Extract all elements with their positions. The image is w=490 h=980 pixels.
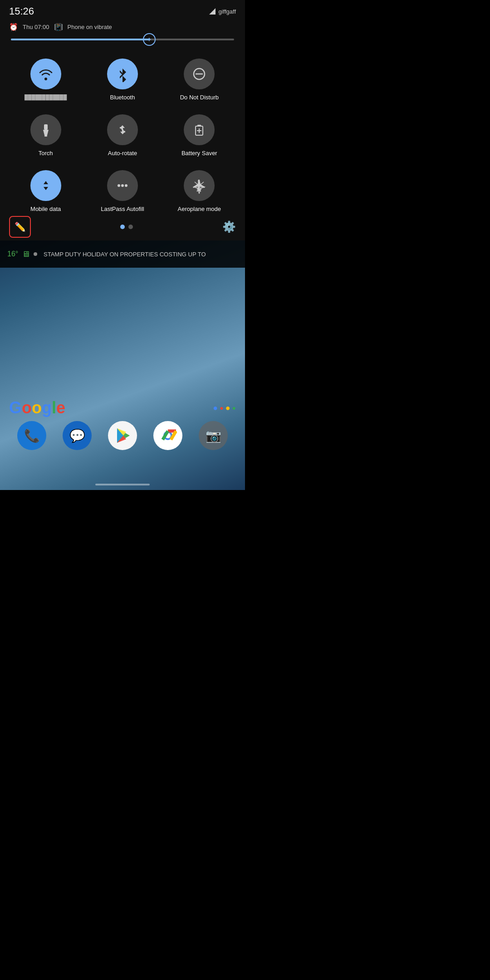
tile-autorotate[interactable]: Auto-rotate (84, 107, 161, 163)
tile-circle-lastpass (107, 170, 138, 201)
quick-settings-panel: 15:26 giffgaff ⏰ Thu 07:00 📳 Phone on vi… (0, 0, 245, 240)
svg-rect-7 (197, 125, 201, 126)
google-bar: Google ● ● ● ● (9, 398, 236, 417)
status-bar: 15:26 giffgaff (0, 0, 245, 21)
svg-marker-4 (43, 130, 49, 135)
tile-wifi[interactable]: ████████████ (7, 51, 84, 107)
tile-bluetooth[interactable]: Bluetooth (84, 51, 161, 107)
chrome-icon (159, 426, 177, 445)
dock-messages[interactable]: 💬 (63, 421, 92, 450)
tile-circle-aeroplane (184, 170, 215, 201)
page-dot-2 (128, 225, 133, 229)
page-dot-1 (120, 225, 125, 229)
tile-label-mobiledata: Mobile data (30, 206, 61, 213)
tile-label-autorotate: Auto-rotate (108, 150, 137, 157)
temperature: 16° (7, 250, 18, 258)
play-store-icon (113, 426, 132, 445)
svg-point-10 (118, 184, 120, 187)
vibrate-text: Phone on vibrate (68, 24, 112, 30)
dock: 📞 💬 📷 (0, 417, 245, 454)
bottom-toolbar: ✏️ ⚙️ (0, 213, 245, 240)
tile-label-dnd: Do Not Disturb (180, 94, 219, 102)
edit-button[interactable]: ✏️ (9, 216, 31, 238)
tile-batterysaver[interactable]: Battery Saver (161, 107, 238, 163)
brightness-fill (11, 39, 149, 40)
monitor-icon: 🖥 (22, 250, 30, 259)
dock-chrome[interactable] (153, 421, 182, 450)
batterysaver-icon (191, 122, 207, 138)
brightness-slider[interactable]: ✦ (11, 39, 234, 40)
svg-rect-5 (44, 135, 47, 137)
tile-torch[interactable]: Torch (7, 107, 84, 163)
news-dot (34, 252, 37, 256)
brightness-thumb[interactable]: ✦ (143, 33, 156, 46)
tile-circle-autorotate (107, 114, 138, 145)
tile-label-aeroplane: Aeroplane mode (178, 206, 221, 213)
google-logo: Google (9, 398, 65, 417)
status-time: 15:26 (9, 5, 34, 17)
lastpass-icon (114, 177, 131, 194)
news-text: STAMP DUTY HOLIDAY ON PROPERTIES COSTING… (44, 251, 238, 258)
torch-icon (38, 122, 54, 138)
tile-circle-wifi (30, 59, 61, 89)
wifi-icon (38, 66, 54, 82)
tile-circle-torch (30, 114, 61, 145)
tile-circle-mobiledata (30, 170, 61, 201)
signal-icon (209, 8, 216, 15)
tile-circle-bluetooth (107, 59, 138, 89)
dnd-icon (191, 66, 207, 82)
mobiledata-icon (38, 177, 54, 194)
alarm-icon: ⏰ (9, 23, 18, 31)
tile-label-lastpass: LastPass Autofill (101, 206, 144, 213)
tiles-grid: ████████████ Bluetooth Do Not Disturb (0, 48, 245, 229)
notif-left: ⏰ Thu 07:00 📳 Phone on vibrate (9, 23, 112, 31)
svg-point-11 (121, 184, 124, 187)
tile-dnd[interactable]: Do Not Disturb (161, 51, 238, 107)
news-ticker-left: 16° 🖥 (7, 250, 44, 259)
svg-rect-3 (44, 124, 48, 130)
home-indicator[interactable] (95, 484, 150, 485)
autorotate-icon (114, 122, 131, 138)
aeroplane-icon-inner (192, 178, 206, 193)
tile-label-batterysaver: Battery Saver (181, 150, 217, 157)
page-dots (120, 225, 133, 229)
google-dots: ● ● ● ● (213, 403, 236, 413)
tile-label-wifi: ████████████ (24, 94, 67, 100)
dock-phone[interactable]: 📞 (17, 421, 46, 450)
tile-circle-dnd (184, 59, 215, 89)
vibrate-icon: 📳 (54, 23, 63, 31)
news-ticker: 16° 🖥 STAMP DUTY HOLIDAY ON PROPERTIES C… (0, 240, 245, 268)
svg-marker-0 (209, 8, 216, 15)
tile-circle-batterysaver (184, 114, 215, 145)
bluetooth-icon (114, 66, 131, 82)
tile-label-torch: Torch (39, 150, 53, 157)
carrier-info: giffgaff (209, 8, 236, 15)
brightness-container[interactable]: ✦ (0, 35, 245, 48)
dock-play[interactable] (108, 421, 137, 450)
dock-camera[interactable]: 📷 (199, 421, 228, 450)
svg-point-12 (125, 184, 127, 187)
carrier-name: giffgaff (218, 8, 236, 15)
brightness-icon: ✦ (147, 36, 152, 43)
alarm-time: Thu 07:00 (23, 24, 49, 30)
settings-icon[interactable]: ⚙️ (222, 220, 236, 233)
tile-label-bluetooth: Bluetooth (110, 94, 135, 102)
edit-icon: ✏️ (15, 221, 26, 232)
notification-bar: ⏰ Thu 07:00 📳 Phone on vibrate (0, 21, 245, 35)
